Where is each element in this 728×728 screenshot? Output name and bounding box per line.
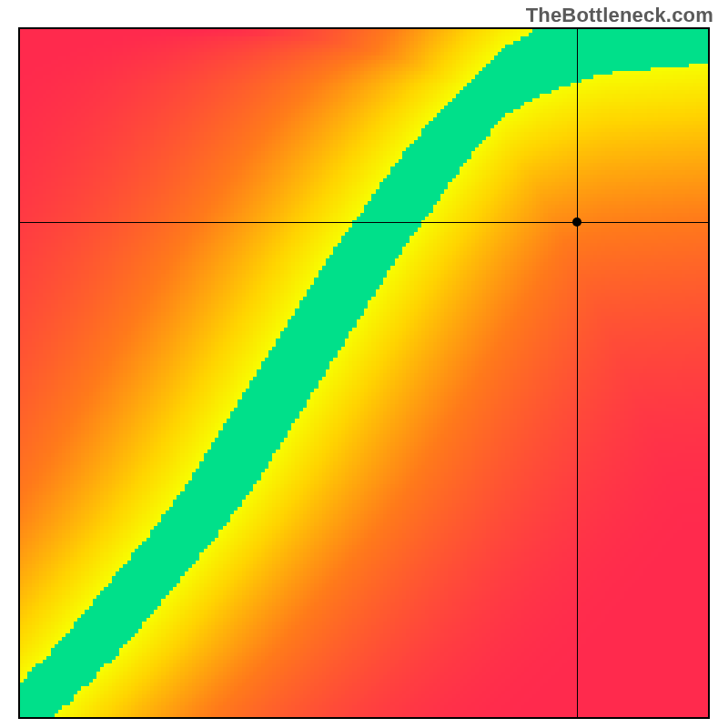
plot-area bbox=[20, 29, 708, 717]
crosshair-horizontal bbox=[20, 222, 708, 223]
chart-container: TheBottleneck.com bbox=[0, 0, 728, 728]
plot-frame bbox=[18, 27, 710, 719]
selection-marker bbox=[572, 217, 581, 227]
crosshair-vertical bbox=[577, 29, 578, 717]
heatmap-canvas bbox=[20, 29, 708, 717]
watermark-label: TheBottleneck.com bbox=[526, 4, 713, 27]
